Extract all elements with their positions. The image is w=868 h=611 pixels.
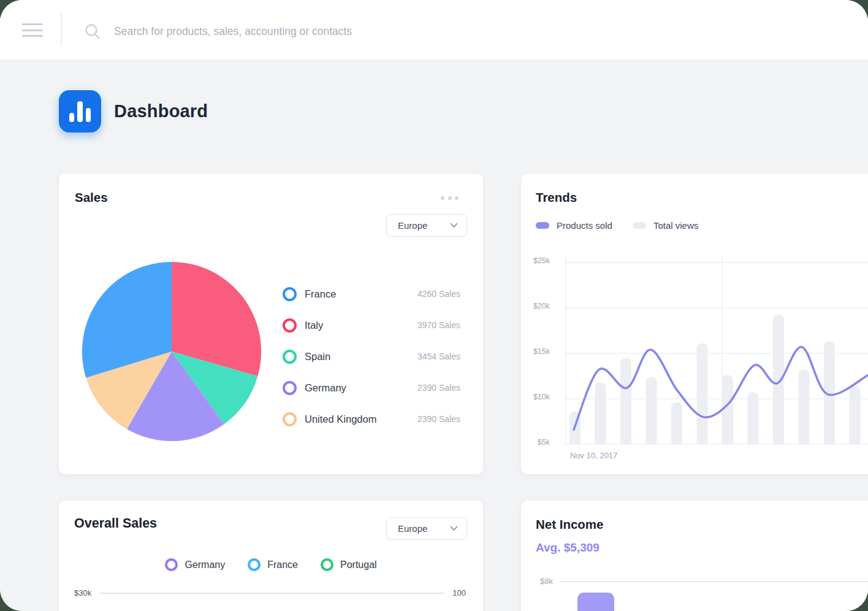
legend-label: Total views — [653, 220, 698, 231]
legend-item-products-sold: Products sold — [536, 220, 612, 231]
dashboard-content: Dashboard Sales Europe France 4260 Sales — [0, 60, 868, 611]
legend-country-label: Italy — [305, 320, 323, 331]
search-input[interactable] — [113, 18, 459, 44]
legend-country-label: Spain — [305, 351, 330, 363]
sales-region-dropdown[interactable]: Europe — [386, 214, 467, 237]
legend-item-france: France — [248, 558, 298, 571]
italy-ring-icon — [283, 318, 297, 332]
legend-item-portugal: Portugal — [321, 558, 377, 571]
trends-card: Trends Products sold Total views $25k $2… — [521, 174, 868, 474]
overall-sales-legend: Germany France Portugal — [59, 558, 483, 571]
total-views-pill-icon — [633, 222, 646, 229]
x-axis-date-label: Nov 10, 2017 — [570, 451, 617, 460]
overall-sales-region-dropdown[interactable]: Europe — [386, 517, 467, 540]
legend-label: France — [267, 559, 298, 571]
bar-chart-icon-bars — [69, 101, 91, 122]
app-window: Dashboard Sales Europe France 4260 Sales — [0, 0, 868, 611]
germany-ring-icon — [283, 381, 297, 395]
legend-label: Germany — [185, 559, 225, 571]
y-tick-5k: $5k — [521, 438, 550, 447]
legend-sales-value: 2390 Sales — [417, 383, 460, 393]
chevron-down-icon — [450, 223, 458, 228]
legend-sales-value: 3454 Sales — [417, 352, 460, 361]
legend-item-germany: Germany — [165, 558, 225, 571]
net-income-bar — [577, 593, 614, 611]
axis-left-label: $30k — [74, 588, 91, 598]
legend-item-total-views: Total views — [633, 220, 698, 231]
legend-item-france: France 4260 Sales — [283, 286, 460, 301]
y-tick-15k: $15k — [521, 347, 550, 356]
net-income-gridline — [560, 581, 868, 582]
legend-sales-value: 3970 Sales — [417, 320, 460, 330]
overall-sales-region-value: Europe — [398, 523, 427, 534]
legend-sales-value: 4260 Sales — [417, 289, 460, 299]
trends-legend: Products sold Total views — [536, 220, 718, 231]
sales-region-value: Europe — [398, 220, 427, 231]
topbar-divider — [61, 13, 62, 46]
legend-item-italy: Italy 3970 Sales — [283, 318, 460, 332]
sales-pie-chart — [80, 260, 263, 443]
page-header: Dashboard — [59, 90, 208, 133]
legend-sales-value: 2390 Sales — [417, 414, 460, 424]
united-kingdom-ring-icon — [283, 412, 297, 426]
sales-legend: France 4260 Sales Italy 3970 Sales Spain… — [283, 286, 460, 443]
overall-sales-title: Overall Sales — [74, 516, 157, 531]
bar-chart-icon — [59, 90, 101, 133]
hamburger-menu-icon[interactable] — [22, 23, 43, 37]
net-income-title: Net Income — [536, 517, 604, 532]
chevron-down-icon — [450, 526, 458, 531]
trends-card-title: Trends — [536, 190, 577, 205]
overall-sales-axis: $30k 100 — [74, 588, 466, 598]
y-tick-10k: $10k — [521, 393, 550, 401]
overall-sales-card: Overall Sales Europe Germany France — [59, 501, 483, 611]
y-tick-8k: $8k — [540, 577, 553, 586]
france-ring-icon — [283, 287, 297, 301]
legend-country-label: France — [305, 288, 336, 300]
page-title: Dashboard — [114, 101, 208, 121]
legend-label: Products sold — [557, 220, 612, 231]
kebab-menu-icon[interactable] — [438, 194, 461, 202]
legend-item-spain: Spain 3454 Sales — [283, 349, 460, 364]
legend-item-germany: Germany 2390 Sales — [283, 380, 460, 395]
portugal-ring-icon — [321, 558, 333, 571]
sales-card-title: Sales — [75, 190, 108, 205]
spain-ring-icon — [283, 350, 297, 364]
topbar — [0, 0, 868, 60]
legend-country-label: Germany — [305, 382, 346, 394]
legend-item-united-kingdom: United Kingdom 2390 Sales — [283, 412, 460, 426]
y-tick-20k: $20k — [521, 302, 550, 310]
average-income-label: Avg. $5,309 — [536, 541, 600, 555]
legend-country-label: United Kingdom — [305, 413, 376, 425]
search-icon — [84, 23, 101, 40]
trends-chart — [564, 256, 868, 452]
axis-right-label: 100 — [452, 588, 466, 598]
sales-card: Sales Europe France 4260 Sales — [59, 174, 483, 474]
net-income-card: Net Income Avg. $5,309 $8k — [521, 501, 868, 611]
axis-gridline — [99, 593, 444, 594]
france-ring-icon — [248, 558, 261, 571]
products-sold-pill-icon — [536, 222, 549, 229]
germany-ring-icon — [165, 558, 178, 571]
legend-label: Portugal — [340, 559, 377, 571]
y-tick-25k: $25k — [521, 256, 550, 265]
